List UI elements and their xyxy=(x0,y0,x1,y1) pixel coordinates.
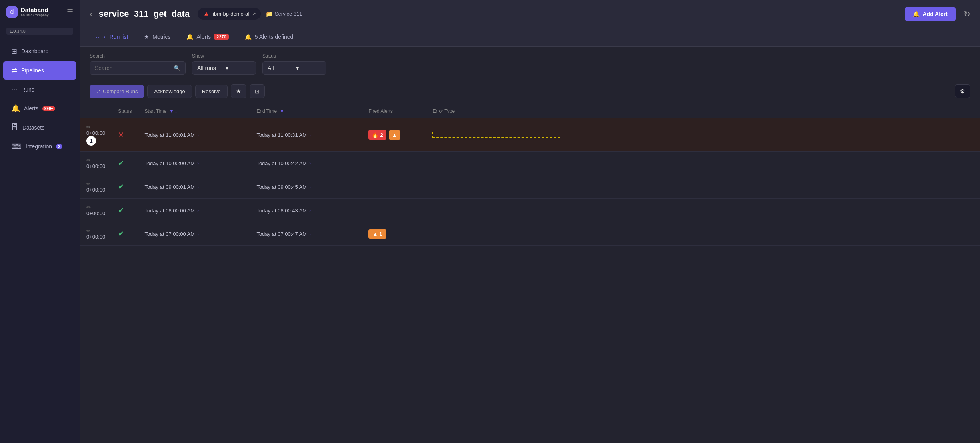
edit-icon[interactable]: ✏ xyxy=(86,157,91,163)
sidebar-item-label: Pipelines xyxy=(21,67,44,74)
end-time-filter-icon[interactable]: ▼ xyxy=(280,109,284,114)
start-time-link[interactable]: Today at 11:00:01 AM › xyxy=(144,132,244,138)
sidebar: d Databand an IBM Company ☰ 1.0.34.8 ⊞ D… xyxy=(0,0,80,443)
col-header-number xyxy=(80,104,112,118)
project-name: ibm-bp-demo-af xyxy=(213,11,250,17)
status-cell: ✔ xyxy=(112,199,138,222)
alert-badge-red[interactable]: 🔥 2 xyxy=(368,130,386,140)
alert-badge-orange-sm[interactable]: ▲ 1 xyxy=(368,229,386,239)
bell-icon: 🔔 xyxy=(913,11,920,17)
main-content: ‹ service_311_get_data 🔺 ibm-bp-demo-af … xyxy=(80,0,980,443)
end-time-link[interactable]: Today at 07:00:47 AM › xyxy=(256,231,356,237)
tab-alerts[interactable]: 🔔 Alerts 2270 xyxy=(180,28,235,46)
error-type-col xyxy=(426,222,980,246)
sidebar-item-integration[interactable]: ⌨ Integration 2 xyxy=(3,137,76,156)
start-time-link[interactable]: Today at 08:00:00 AM › xyxy=(144,208,244,214)
edit-icon[interactable]: ✏ xyxy=(86,124,91,130)
compare-icon: ⇌ xyxy=(96,88,100,94)
show-select[interactable]: All runs ▾ xyxy=(192,61,256,75)
col-header-fired-alerts: Fired Alerts xyxy=(362,104,426,118)
col-header-end-time: End Time ▼ xyxy=(250,104,362,118)
add-alert-button[interactable]: 🔔 Add Alert xyxy=(905,7,956,21)
error-type-cell xyxy=(432,132,560,138)
run-list-icon: ···→ xyxy=(96,34,106,40)
metrics-icon: ★ xyxy=(144,34,149,40)
start-time-arrow-icon: › xyxy=(197,231,199,236)
status-ok-icon: ✔ xyxy=(118,206,124,214)
service-label: Service 311 xyxy=(275,11,302,17)
sidebar-item-label: Alerts xyxy=(24,105,38,112)
edit-icon[interactable]: ✏ xyxy=(86,204,91,210)
logo-icon: d xyxy=(6,6,18,18)
status-ok-icon: ✔ xyxy=(118,159,124,167)
project-badge[interactable]: 🔺 ibm-bp-demo-af ↗ xyxy=(198,8,261,20)
star-button[interactable]: ★ xyxy=(231,84,246,98)
fired-alerts-col xyxy=(362,152,426,175)
search-input-wrap[interactable]: 🔍 xyxy=(90,61,186,75)
start-time-filter-icon[interactable]: ▼ ↓ xyxy=(169,109,177,114)
filter-bar: Search 🔍 Show All runs ▾ Status All ▾ xyxy=(80,47,980,81)
fired-alerts-cell: ▲ 1 xyxy=(368,229,420,239)
project-icon: 🔺 xyxy=(202,10,210,18)
row-number-cell: ✏ 0+00:00 xyxy=(80,222,112,246)
acknowledge-button[interactable]: Acknowledge xyxy=(147,85,192,98)
status-select[interactable]: All ▾ xyxy=(262,61,326,75)
search-input[interactable] xyxy=(95,65,174,71)
sidebar-item-pipelines[interactable]: ⇌ Pipelines xyxy=(3,61,76,80)
edit-icon[interactable]: ✏ xyxy=(86,181,91,187)
end-time-link[interactable]: Today at 09:00:45 AM › xyxy=(256,184,356,190)
start-time-link[interactable]: Today at 09:00:01 AM › xyxy=(144,184,244,190)
sidebar-item-alerts[interactable]: 🔔 Alerts 999+ xyxy=(3,99,76,118)
end-time-link[interactable]: Today at 11:00:31 AM › xyxy=(256,132,356,138)
start-time-cell: Today at 09:00:01 AM › xyxy=(138,175,250,199)
sidebar-item-dashboard[interactable]: ⊞ Dashboard xyxy=(3,42,76,60)
error-type-col xyxy=(426,175,980,199)
end-time-cell: Today at 11:00:31 AM › xyxy=(250,118,362,152)
end-time-cell: Today at 08:00:43 AM › xyxy=(250,199,362,222)
sidebar-item-runs[interactable]: ··· Runs xyxy=(3,80,76,98)
back-button[interactable]: ‹ xyxy=(90,9,92,18)
end-time-arrow-icon: › xyxy=(309,184,311,189)
tab-alerts-defined-icon: 🔔 xyxy=(245,34,252,40)
service-badge[interactable]: 📁 Service 311 xyxy=(266,11,302,17)
end-time-cell: Today at 10:00:42 AM › xyxy=(250,152,362,175)
start-time-link[interactable]: Today at 10:00:00 AM › xyxy=(144,160,244,166)
end-time-arrow-icon: › xyxy=(309,161,311,166)
tab-metrics[interactable]: ★ Metrics xyxy=(138,28,177,46)
start-time-arrow-icon: › xyxy=(197,161,199,166)
alert-badge-orange[interactable]: ▲ xyxy=(389,130,400,140)
end-time-link[interactable]: Today at 08:00:43 AM › xyxy=(256,208,356,214)
resolve-button[interactable]: Resolve xyxy=(195,85,228,98)
sidebar-nav: ⊞ Dashboard ⇌ Pipelines ··· Runs 🔔 Alert… xyxy=(0,38,80,443)
sidebar-toggle-icon[interactable]: ☰ xyxy=(67,8,73,16)
datasets-icon: 🗄 xyxy=(11,123,18,132)
tab-alerts-defined-label: 5 Alerts defined xyxy=(255,34,294,40)
logo-subtitle: an IBM Company xyxy=(21,13,49,17)
timestamp-prefix: 0+00:00 xyxy=(86,187,105,193)
edit-icon[interactable]: ✏ xyxy=(86,228,91,234)
compare-runs-button[interactable]: ⇌ Compare Runs xyxy=(90,85,144,98)
table-row: ✏ 0+00:00 ✔ Today at 09:00:01 AM › Today… xyxy=(80,175,980,199)
row-number: 1 xyxy=(86,136,96,146)
dashboard-icon: ⊞ xyxy=(11,47,17,56)
error-type-col xyxy=(426,118,980,152)
end-time-link[interactable]: Today at 10:00:42 AM › xyxy=(256,160,356,166)
status-ok-icon: ✔ xyxy=(118,183,124,191)
tab-alerts-defined[interactable]: 🔔 5 Alerts defined xyxy=(238,28,300,46)
timestamp-prefix: 0+00:00 xyxy=(86,234,105,240)
settings-button[interactable]: ⚙ xyxy=(955,84,970,98)
refresh-button[interactable]: ↻ xyxy=(964,9,970,19)
tab-alerts-label: Alerts xyxy=(196,34,211,40)
start-time-arrow-icon: › xyxy=(197,132,199,137)
show-filter-group: Show All runs ▾ xyxy=(192,53,256,75)
action-bar: ⇌ Compare Runs Acknowledge Resolve ★ ⊡ ⚙ xyxy=(80,81,980,98)
compare-label: Compare Runs xyxy=(103,88,138,94)
tab-metrics-label: Metrics xyxy=(152,34,170,40)
camera-button[interactable]: ⊡ xyxy=(250,84,265,98)
tab-run-list[interactable]: ···→ Run list xyxy=(90,28,134,46)
start-time-link[interactable]: Today at 07:00:00 AM › xyxy=(144,231,244,237)
start-time-cell: Today at 10:00:00 AM › xyxy=(138,152,250,175)
sidebar-item-datasets[interactable]: 🗄 Datasets xyxy=(3,118,76,136)
sidebar-item-label: Integration xyxy=(26,143,52,150)
start-time-arrow-icon: › xyxy=(197,184,199,189)
